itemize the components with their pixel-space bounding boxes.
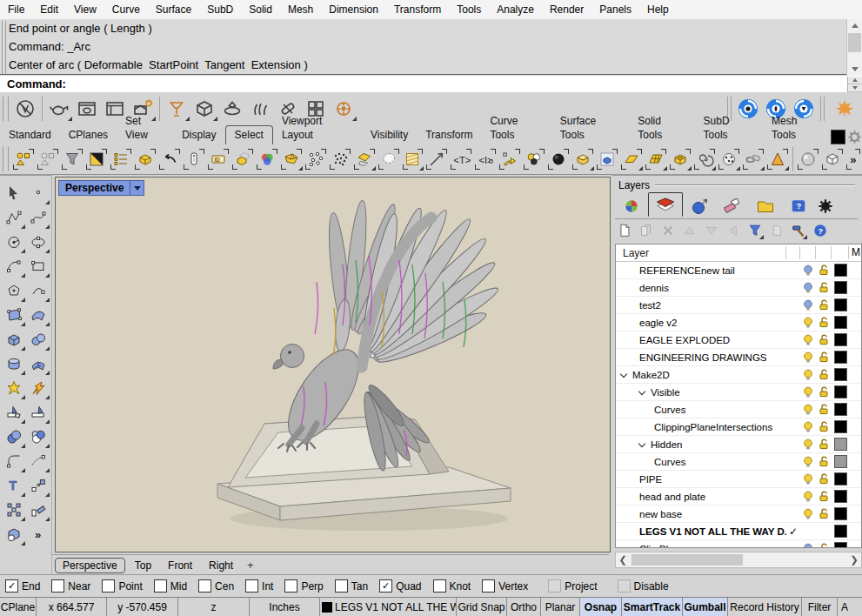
- select-dimensions-icon[interactable]: <I>: [473, 147, 498, 171]
- layer-lock[interactable]: [816, 508, 832, 519]
- control-point-curve-tool[interactable]: [26, 205, 50, 230]
- pointer-tool[interactable]: [2, 181, 26, 205]
- text-tool[interactable]: T: [2, 473, 26, 498]
- select-open-polysurfaces-icon[interactable]: [571, 147, 595, 171]
- checkbox[interactable]: [154, 579, 167, 593]
- layer-color-swatch[interactable]: [834, 455, 847, 468]
- layer-row[interactable]: new base: [616, 506, 861, 523]
- layer-row[interactable]: EAGLE EXPLODED: [616, 331, 861, 349]
- select-spirals-icon[interactable]: [692, 147, 717, 171]
- layer-lock[interactable]: [816, 491, 832, 502]
- rectangle-tool[interactable]: [26, 254, 50, 278]
- layer-lock[interactable]: [816, 473, 832, 485]
- layers-panel-tab-icon[interactable]: [648, 192, 683, 217]
- move-up-icon[interactable]: [680, 221, 699, 240]
- polygon-tool[interactable]: [2, 278, 26, 303]
- layer-lock[interactable]: [816, 317, 832, 328]
- select-by-layer-icon[interactable]: [109, 147, 133, 171]
- menu-dimension[interactable]: Dimension: [321, 0, 386, 19]
- layer-visibility-bulb[interactable]: [800, 456, 816, 468]
- filter-toggle[interactable]: Filter: [802, 598, 838, 616]
- tab-cplanes[interactable]: CPlanes: [60, 126, 117, 144]
- layer-name[interactable]: REFERENCEnew tail: [616, 265, 786, 276]
- layer-row[interactable]: test2: [616, 297, 861, 314]
- grid-snap-toggle[interactable]: Grid Snap: [457, 598, 507, 616]
- rendering-tab-icon[interactable]: [716, 196, 749, 217]
- viewport-menu-arrow-icon[interactable]: [130, 180, 144, 196]
- layer-color-swatch[interactable]: [834, 403, 847, 416]
- checkbox[interactable]: [51, 579, 64, 593]
- current-layer-button[interactable]: LEGS V1 NOT ALL THE WA: [320, 598, 457, 616]
- layer-lock[interactable]: [816, 369, 832, 380]
- select-duplicates-icon[interactable]: [231, 147, 255, 171]
- select-by-color-icon[interactable]: [255, 147, 279, 171]
- layer-name[interactable]: ENGINEERING DRAWINGS: [616, 352, 786, 363]
- handle-curve-tool[interactable]: [26, 278, 50, 303]
- viewport-title[interactable]: Perspective: [58, 180, 130, 196]
- checkbox[interactable]: [482, 579, 495, 593]
- osnap-project[interactable]: Project: [548, 579, 597, 593]
- tab-select[interactable]: Select: [225, 125, 273, 145]
- select-sphere-points-icon[interactable]: [717, 147, 741, 171]
- scroll-right-icon[interactable]: ❯: [847, 553, 861, 566]
- layer-tools-hammer-icon[interactable]: [789, 221, 808, 240]
- array-tool[interactable]: [2, 498, 26, 522]
- checkbox-disabled[interactable]: [618, 579, 631, 593]
- layer-visibility-bulb[interactable]: [800, 352, 816, 364]
- layer-name[interactable]: test2: [616, 300, 786, 311]
- layer-color-swatch[interactable]: [834, 385, 847, 398]
- layer-visibility-bulb[interactable]: [800, 317, 816, 329]
- layer-color-swatch[interactable]: [834, 264, 847, 277]
- solid-edit-tool[interactable]: [2, 522, 26, 546]
- surface-from-points-tool[interactable]: [2, 303, 26, 327]
- layer-lock[interactable]: [816, 352, 832, 363]
- layer-lock[interactable]: [816, 543, 832, 548]
- scale-points-tool[interactable]: [26, 473, 50, 498]
- tab-subd-tools[interactable]: SubD Tools: [695, 112, 764, 144]
- menu-help[interactable]: Help: [639, 0, 677, 19]
- layer-row[interactable]: head and plate: [616, 488, 861, 506]
- menu-solid[interactable]: Solid: [241, 0, 280, 19]
- layer-visibility-bulb[interactable]: [800, 473, 816, 485]
- fillet-curve-tool[interactable]: [2, 449, 26, 473]
- select-points-icon[interactable]: [304, 147, 328, 171]
- select-polysurfaces-icon[interactable]: [668, 147, 692, 171]
- layer-color-swatch[interactable]: [834, 351, 847, 364]
- copy-layer-icon[interactable]: [637, 221, 656, 240]
- record-history-toggle[interactable]: Record History: [728, 598, 802, 616]
- panel-options-gear-icon[interactable]: [815, 196, 836, 217]
- layer-name[interactable]: head and plate: [616, 492, 786, 502]
- layer-row[interactable]: eagle v2: [616, 314, 861, 331]
- layer-color-swatch[interactable]: [834, 298, 847, 311]
- tab-transform[interactable]: Transform: [417, 126, 481, 144]
- menu-tools[interactable]: Tools: [449, 0, 489, 19]
- layer-name[interactable]: PIPE: [616, 474, 786, 485]
- history-scrollbar[interactable]: [846, 19, 862, 76]
- layer-row[interactable]: REFERENCEnew tail: [616, 262, 861, 279]
- tab-curve-tools[interactable]: Curve Tools: [481, 112, 551, 144]
- ellipse-tool[interactable]: [26, 230, 50, 254]
- toolbar-grip[interactable]: [3, 97, 9, 121]
- wireframe-cube-icon[interactable]: [820, 147, 845, 171]
- select-by-id-icon[interactable]: ID: [206, 147, 231, 171]
- checkbox[interactable]: [433, 579, 446, 593]
- tab-mesh-tools[interactable]: Mesh Tools: [763, 112, 831, 144]
- shaded-sphere-icon[interactable]: [796, 147, 820, 171]
- layer-color-swatch[interactable]: [834, 507, 847, 520]
- toolbar-overflow-icon[interactable]: »: [845, 147, 862, 171]
- checkbox[interactable]: [245, 579, 258, 593]
- layer-color-swatch[interactable]: [834, 281, 847, 294]
- layer-color-swatch[interactable]: [834, 368, 847, 381]
- rotate-tool[interactable]: [26, 498, 50, 522]
- select-meshes-icon[interactable]: [644, 147, 668, 171]
- delete-layer-icon[interactable]: [658, 221, 678, 240]
- layer-visibility-bulb[interactable]: [800, 491, 816, 503]
- layer-visibility-bulb[interactable]: [800, 439, 816, 451]
- add-viewport-icon[interactable]: +: [247, 559, 254, 572]
- smarttrack-toggle[interactable]: SmartTrack: [622, 598, 683, 616]
- tab-visibility[interactable]: Visibility: [362, 126, 417, 144]
- osnap-vertex[interactable]: Vertex: [482, 579, 528, 593]
- layer-visibility-bulb[interactable]: [800, 282, 816, 294]
- mesh-surface-tool[interactable]: [26, 352, 50, 376]
- select-chains-icon[interactable]: [741, 147, 765, 171]
